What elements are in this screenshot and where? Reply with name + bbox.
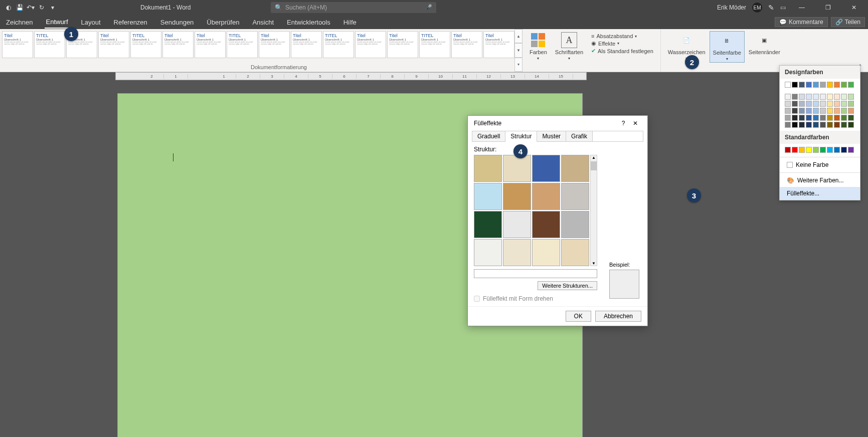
color-swatch[interactable] [841,101,847,107]
color-swatch[interactable] [792,122,798,128]
color-swatch[interactable] [827,147,833,153]
theme-thumb[interactable]: TitelÜberschrift 1Lorem ipsum dolor sit … [387,31,418,58]
seitenfarbe-button[interactable]: 🗎 Seitenfarbe▾ [710,31,745,63]
tab-entwurf[interactable]: Entwurf [45,16,69,29]
theme-thumb[interactable]: TitelÜberschrift 1Lorem ipsum dolor sit … [2,31,33,58]
texture-swatch[interactable] [503,211,531,238]
color-swatch[interactable] [841,94,847,100]
color-swatch[interactable] [820,147,826,153]
texture-swatch[interactable] [532,211,560,238]
pencil-icon[interactable]: ✎ [768,4,774,12]
color-swatch[interactable] [827,115,833,121]
tab-zeichnen[interactable]: Zeichnen [5,17,34,28]
color-swatch[interactable] [785,94,791,100]
farben-button[interactable]: Farben▾ [527,31,550,62]
color-swatch[interactable] [785,108,791,114]
undo-icon[interactable]: ↶▾ [26,3,35,12]
scroll-thumb[interactable] [591,161,597,170]
tab-entwicklertools[interactable]: Entwicklertools [286,17,331,28]
color-swatch[interactable] [848,108,854,114]
horizontal-ruler[interactable]: 211234567891011121314151718 [115,72,587,80]
color-swatch[interactable] [806,101,812,107]
color-swatch[interactable] [785,122,791,128]
scroll-down-icon[interactable]: ▼ [591,261,597,266]
texture-swatch[interactable] [532,239,560,266]
color-swatch[interactable] [806,82,812,88]
texture-swatch[interactable] [474,183,502,210]
color-swatch[interactable] [834,82,840,88]
color-swatch[interactable] [785,101,791,107]
user-avatar[interactable]: EM [752,3,762,13]
ok-button[interactable]: OK [566,311,591,322]
color-swatch[interactable] [799,147,805,153]
tab-layout[interactable]: Layout [80,17,102,28]
color-swatch[interactable] [799,94,805,100]
theme-thumb[interactable]: TITELÜberschrift 1Lorem ipsum dolor sit … [419,31,450,58]
texture-swatch[interactable] [561,183,589,210]
color-swatch[interactable] [848,94,854,100]
theme-thumb[interactable]: TitelÜberschrift 1Lorem ipsum dolor sit … [195,31,226,58]
color-swatch[interactable] [813,115,819,121]
color-swatch[interactable] [799,115,805,121]
color-swatch[interactable] [827,94,833,100]
color-swatch[interactable] [820,94,826,100]
tab-sendungen[interactable]: Sendungen [159,17,195,28]
color-swatch[interactable] [834,147,840,153]
gallery-up-icon[interactable]: ▲ [514,29,523,43]
color-swatch[interactable] [792,101,798,107]
color-swatch[interactable] [827,82,833,88]
maximize-button[interactable]: ❐ [818,0,838,15]
color-swatch[interactable] [841,147,847,153]
color-swatch[interactable] [848,115,854,121]
color-swatch[interactable] [848,147,854,153]
color-swatch[interactable] [813,101,819,107]
weitere-strukturen-button[interactable]: Weitere Strukturen... [538,281,597,290]
texture-swatch[interactable] [503,155,531,182]
texture-swatch[interactable] [532,155,560,182]
color-swatch[interactable] [848,82,854,88]
qat-more-icon[interactable]: ▾ [48,3,57,12]
theme-thumb[interactable]: TitelÜberschrift 1Lorem ipsum dolor sit … [451,31,482,58]
color-swatch[interactable] [820,108,826,114]
theme-thumb[interactable]: TitelÜberschrift 1Lorem ipsum dolor sit … [291,31,322,58]
als-standard-button[interactable]: ✔Als Standard festlegen [591,48,653,54]
color-swatch[interactable] [813,147,819,153]
color-swatch[interactable] [820,122,826,128]
theme-thumb[interactable]: TitelÜberschrift 1Lorem ipsum dolor sit … [355,31,386,58]
color-swatch[interactable] [820,82,826,88]
color-swatch[interactable] [820,115,826,121]
user-name[interactable]: Erik Möder [717,4,746,11]
color-swatch[interactable] [834,122,840,128]
fuelleffekte-item[interactable]: Fülleffekte... [780,187,860,200]
texture-swatch[interactable] [561,239,589,266]
tab-ansicht[interactable]: Ansicht [251,17,275,28]
theme-thumb[interactable]: TITELÜberschrift 1Lorem ipsum dolor sit … [227,31,258,58]
gallery-more-icon[interactable]: ▾ [514,58,523,72]
color-swatch[interactable] [834,94,840,100]
theme-thumb[interactable]: TitelÜberschrift 1Lorem ipsum dolor sit … [483,31,514,58]
theme-thumb[interactable]: TITELÜberschrift 1Lorem ipsum dolor sit … [323,31,354,58]
color-swatch[interactable] [834,101,840,107]
color-swatch[interactable] [806,147,812,153]
color-swatch[interactable] [827,122,833,128]
theme-thumb[interactable]: TitelÜberschrift 1Lorem ipsum dolor sit … [162,31,194,58]
color-swatch[interactable] [827,108,833,114]
theme-thumb[interactable]: TitelÜberschrift 1Lorem ipsum dolor sit … [259,31,290,58]
color-swatch[interactable] [806,115,812,121]
tab-ueberpruefen[interactable]: Überprüfen [206,17,240,28]
color-swatch[interactable] [827,101,833,107]
texture-swatch[interactable] [561,155,589,182]
color-swatch[interactable] [834,115,840,121]
gallery-down-icon[interactable]: ▼ [514,43,523,57]
color-swatch[interactable] [813,82,819,88]
tab-hilfe[interactable]: Hilfe [342,17,358,28]
search-box[interactable]: 🔍 Suchen (Alt+M) 🎤 [271,2,436,13]
abbrechen-button[interactable]: Abbrechen [595,311,641,322]
mic-icon[interactable]: 🎤 [425,4,432,11]
texture-swatch[interactable] [561,211,589,238]
color-swatch[interactable] [799,122,805,128]
color-swatch[interactable] [834,108,840,114]
color-swatch[interactable] [799,108,805,114]
gallery-scroll[interactable]: ▲ ▼ ▾ [514,29,523,72]
texture-swatch[interactable] [503,239,531,266]
